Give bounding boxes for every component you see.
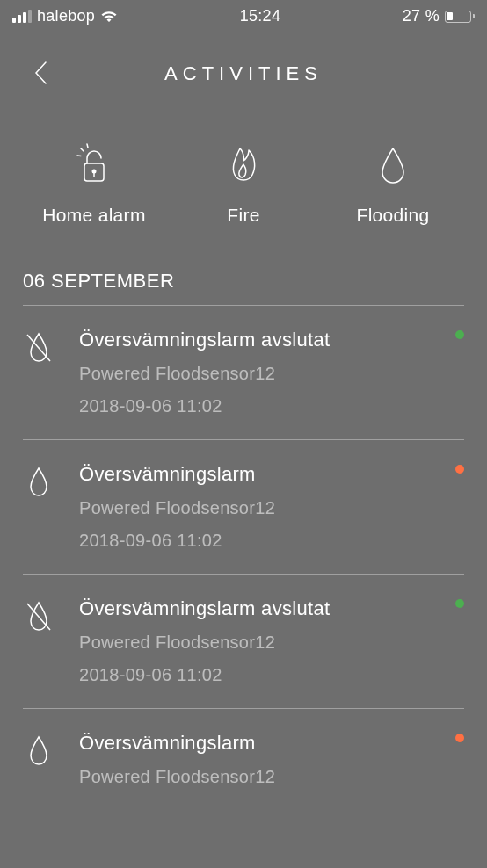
activity-item[interactable]: Översvämningslarm avslutat Powered Flood… <box>0 575 487 708</box>
category-flooding[interactable]: Flooding <box>318 143 468 226</box>
activity-subtitle: Powered Floodsensor12 <box>79 633 464 653</box>
drop-icon <box>23 463 63 551</box>
activity-timestamp: 2018-09-06 11:02 <box>79 396 464 416</box>
status-left: halebop <box>12 7 118 25</box>
category-row: Home alarm Fire Flooding <box>0 101 487 261</box>
activity-timestamp: 2018-09-06 11:02 <box>79 531 464 551</box>
category-label: Home alarm <box>42 205 145 226</box>
activity-timestamp: 2018-09-06 11:02 <box>79 665 464 685</box>
activity-list[interactable]: Översvämningslarm avslutat Powered Flood… <box>0 306 487 810</box>
activity-title: Översvämningslarm avslutat <box>79 329 464 351</box>
svg-line-4 <box>87 144 88 148</box>
category-fire[interactable]: Fire <box>169 143 318 226</box>
status-dot-orange <box>455 734 464 742</box>
category-label: Flooding <box>357 205 430 226</box>
activity-title: Översvämningslarm avslutat <box>79 597 464 620</box>
activity-subtitle: Powered Floodsensor12 <box>79 767 464 787</box>
drop-icon <box>23 732 63 787</box>
battery-percent: 27 % <box>403 7 440 25</box>
drop-crossed-icon <box>23 597 63 685</box>
activity-item[interactable]: Översvämningslarm Powered Floodsensor12 <box>0 709 487 810</box>
status-dot-green <box>455 330 464 339</box>
status-bar: halebop 15:24 27 % <box>0 0 487 29</box>
status-dot-orange <box>455 465 464 474</box>
status-dot-green <box>455 599 464 608</box>
header: ACTIVITIES <box>0 29 487 101</box>
svg-line-3 <box>81 148 84 151</box>
activity-subtitle: Powered Floodsensor12 <box>79 364 464 384</box>
status-time: 15:24 <box>240 7 281 25</box>
activity-title: Översvämningslarm <box>79 463 464 486</box>
category-home-alarm[interactable]: Home alarm <box>19 143 169 226</box>
carrier-label: halebop <box>37 7 95 25</box>
battery-icon <box>445 11 475 23</box>
page-title: ACTIVITIES <box>164 62 323 85</box>
date-header: 06 SEPTEMBER <box>0 261 487 305</box>
svg-line-7 <box>27 604 50 630</box>
activity-item[interactable]: Översvämningslarm Powered Floodsensor12 … <box>0 440 487 574</box>
category-label: Fire <box>227 205 259 226</box>
fire-icon <box>226 143 261 185</box>
cellular-signal-icon <box>12 10 32 23</box>
padlock-icon <box>76 143 112 185</box>
activity-subtitle: Powered Floodsensor12 <box>79 498 464 518</box>
svg-line-5 <box>77 156 81 156</box>
drop-icon <box>377 143 409 185</box>
activity-title: Översvämningslarm <box>79 732 464 755</box>
svg-line-6 <box>27 335 50 361</box>
wifi-icon <box>100 11 118 23</box>
status-right: 27 % <box>403 7 475 25</box>
activity-item[interactable]: Översvämningslarm avslutat Powered Flood… <box>0 306 487 439</box>
back-button[interactable] <box>33 61 55 82</box>
drop-crossed-icon <box>23 329 63 416</box>
